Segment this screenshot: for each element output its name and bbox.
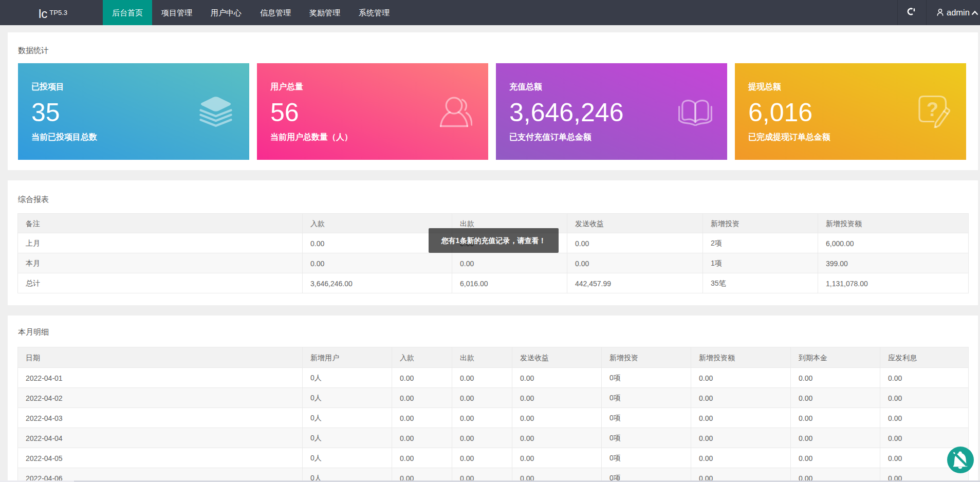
svg-text:?: ? <box>927 99 938 120</box>
